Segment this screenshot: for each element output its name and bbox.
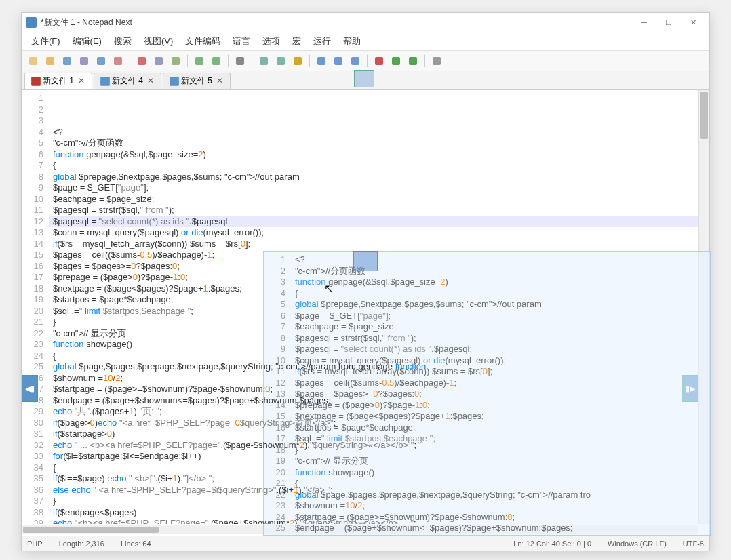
svg-rect-10 [212, 57, 220, 65]
svg-rect-23 [100, 77, 110, 86]
menubar: 文件(F)编辑(E)搜索视图(V)文件编码语言选项宏运行帮助 [22, 32, 709, 51]
save-all-button[interactable] [94, 54, 108, 68]
close-button[interactable] [111, 54, 125, 68]
new-file-button[interactable] [26, 54, 41, 68]
code-area[interactable]: <?"c-cm">//分页函数function genpage(&$sql,$p… [49, 90, 709, 524]
menu-运行[interactable]: 运行 [308, 33, 336, 49]
zoom-button[interactable] [233, 54, 248, 68]
horizontal-scrollbar[interactable] [22, 525, 698, 534]
line-gutter: 1234567891011121314151617181920212223242… [22, 90, 49, 524]
menu-帮助[interactable]: 帮助 [338, 33, 366, 49]
cut-button[interactable] [134, 54, 149, 68]
svg-rect-17 [351, 57, 359, 65]
redo-button[interactable] [209, 54, 224, 68]
svg-rect-18 [375, 57, 383, 65]
file-icon [100, 76, 109, 85]
tab-label: 新文件 4 [112, 75, 143, 87]
menu-选项[interactable]: 选项 [257, 33, 285, 49]
indent-button[interactable] [314, 54, 329, 68]
replace-button[interactable] [290, 54, 305, 68]
tab-label: 新文件 5 [181, 75, 212, 87]
save-button[interactable] [60, 54, 75, 68]
svg-rect-14 [294, 57, 302, 65]
svg-rect-13 [277, 57, 285, 65]
svg-rect-15 [317, 57, 325, 65]
svg-rect-16 [334, 57, 342, 65]
svg-rect-4 [97, 57, 105, 65]
outdent-button[interactable] [331, 54, 346, 68]
svg-rect-5 [114, 57, 122, 65]
close-button[interactable]: ✕ [681, 14, 705, 31]
record-button[interactable] [372, 54, 387, 68]
tab-close-button[interactable]: ✕ [215, 76, 224, 85]
svg-rect-21 [433, 57, 441, 65]
dock-indicator-left[interactable]: ◀▮ [22, 375, 38, 402]
menu-文件[interactable]: 文件(F) [26, 33, 66, 49]
menu-搜索[interactable]: 搜索 [108, 33, 137, 49]
dock-indicator-top[interactable] [354, 70, 374, 87]
svg-rect-20 [409, 57, 417, 65]
tabbar: 新文件 1✕新文件 4✕新文件 5✕ [22, 71, 709, 90]
paste-button[interactable] [168, 54, 183, 68]
svg-rect-1 [46, 57, 54, 65]
status-encoding: UTF-8 [683, 540, 704, 548]
status-position: Ln: 12 Col: 40 Sel: 0 | 0 [513, 540, 591, 548]
word-wrap-button[interactable] [348, 54, 363, 68]
window-title: *新文件 1 - Notepad Next [41, 17, 632, 28]
svg-rect-11 [236, 57, 244, 65]
app-icon [26, 17, 37, 28]
toolbar [22, 51, 709, 71]
unsaved-icon [31, 76, 40, 85]
svg-rect-22 [31, 77, 41, 86]
find-next-button[interactable] [273, 54, 288, 68]
cursor-icon: ↖ [324, 282, 333, 295]
tab-label: 新文件 1 [43, 75, 74, 87]
svg-rect-12 [260, 57, 268, 65]
find-button[interactable] [256, 54, 271, 68]
play-button[interactable] [389, 54, 403, 68]
svg-rect-7 [155, 57, 163, 65]
menu-文件编码[interactable]: 文件编码 [180, 33, 226, 49]
svg-rect-24 [170, 77, 179, 86]
svg-rect-0 [29, 57, 37, 65]
file-icon [169, 76, 178, 85]
svg-rect-9 [195, 57, 203, 65]
svg-rect-2 [63, 57, 71, 65]
app-window: *新文件 1 - Notepad Next ─ ☐ ✕ 文件(F)编辑(E)搜索… [21, 12, 710, 551]
svg-rect-6 [138, 57, 146, 65]
titlebar: *新文件 1 - Notepad Next ─ ☐ ✕ [22, 13, 709, 32]
status-length: Length: 2,316 [59, 540, 104, 548]
open-file-button[interactable] [43, 54, 58, 68]
copy-file-button[interactable] [77, 54, 92, 68]
menu-宏[interactable]: 宏 [287, 33, 307, 49]
status-lines: Lines: 64 [121, 540, 151, 548]
editor-area[interactable]: 1234567891011121314151617181920212223242… [22, 90, 709, 524]
settings-button[interactable] [429, 54, 444, 68]
svg-rect-19 [392, 57, 400, 65]
tab-新文件-4[interactable]: 新文件 4✕ [94, 73, 161, 89]
minimize-button[interactable]: ─ [632, 14, 656, 31]
tab-close-button[interactable]: ✕ [77, 76, 86, 85]
tab-新文件-1[interactable]: 新文件 1✕ [24, 73, 92, 89]
horizontal-scrollbar-thumb[interactable] [23, 527, 159, 533]
menu-语言[interactable]: 语言 [227, 33, 256, 49]
tab-close-button[interactable]: ✕ [146, 76, 155, 85]
menu-视图[interactable]: 视图(V) [138, 33, 178, 49]
maximize-button[interactable]: ☐ [656, 14, 681, 31]
svg-rect-3 [80, 57, 88, 65]
status-language: PHP [27, 540, 43, 548]
statusbar: PHP Length: 2,316 Lines: 64 Ln: 12 Col: … [22, 536, 709, 551]
play-multi-button[interactable] [406, 54, 420, 68]
menu-编辑[interactable]: 编辑(E) [67, 33, 107, 49]
svg-rect-8 [172, 57, 180, 65]
copy-button[interactable] [151, 54, 166, 68]
status-eol: Windows (CR LF) [608, 540, 667, 548]
undo-button[interactable] [192, 54, 207, 68]
tab-新文件-5[interactable]: 新文件 5✕ [163, 73, 231, 89]
